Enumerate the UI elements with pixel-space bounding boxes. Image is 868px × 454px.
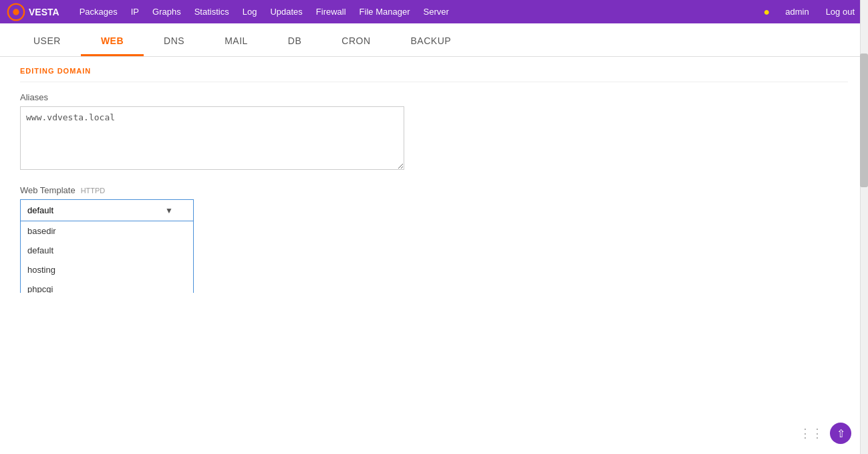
nav-file-manager[interactable]: File Manager [353,7,417,17]
vesta-logo-icon [7,3,25,21]
web-template-section: Web Template HTTPD default ▼ basedir def… [20,185,848,221]
web-template-label-sub: HTTPD [81,187,106,195]
top-nav-right: ● admin Log out [758,6,861,18]
main-content: EDITING DOMAIN Aliases www.vdvesta.local… [0,57,868,293]
tab-dns[interactable]: DNS [144,23,204,56]
editing-domain-label: EDITING DOMAIN [20,67,848,82]
option-basedir[interactable]: basedir [21,221,193,241]
tab-cron[interactable]: CRON [321,23,390,56]
nav-ip[interactable]: IP [124,7,146,17]
nav-statistics[interactable]: Statistics [188,7,236,17]
scrollbar-thumb[interactable] [860,53,868,187]
aliases-textarea[interactable]: www.vdvesta.local [20,106,404,170]
nav-graphs[interactable]: Graphs [146,7,188,17]
web-template-label-main: Web Template [20,185,76,195]
nav-updates[interactable]: Updates [263,7,309,17]
web-template-select-wrapper: default ▼ basedir default hosting phpcgi… [20,199,194,221]
web-template-label-row: Web Template HTTPD [20,185,848,195]
logout-link[interactable]: Log out [819,7,861,17]
tab-web[interactable]: WEB [81,23,144,56]
secondary-navigation: USER WEB DNS MAIL DB CRON BACKUP [0,23,868,57]
aliases-section: Aliases www.vdvesta.local [20,92,848,172]
logo[interactable]: VESTA [7,3,59,21]
logo-text: VESTA [29,7,59,17]
nav-packages[interactable]: Packages [73,7,124,17]
chevron-down-icon: ▼ [165,206,173,215]
template-dropdown-list[interactable]: basedir default hosting phpcgi phpfcgid … [20,221,194,293]
tab-mail[interactable]: MAIL [204,23,268,56]
admin-link[interactable]: admin [778,7,815,17]
top-navigation: VESTA Packages IP Graphs Statistics Log … [0,0,868,23]
svg-point-1 [13,9,19,15]
selected-template-value: default [27,205,53,215]
nav-firewall[interactable]: Firewall [309,7,353,17]
tab-backup[interactable]: BACKUP [391,23,472,56]
bell-icon[interactable]: ● [758,6,776,18]
scrollbar[interactable] [860,0,868,293]
nav-server[interactable]: Server [416,7,455,17]
nav-log[interactable]: Log [236,7,264,17]
option-hosting[interactable]: hosting [21,260,193,279]
tab-user[interactable]: USER [13,23,81,56]
option-phpcgi[interactable]: phpcgi [21,279,193,293]
tab-db[interactable]: DB [268,23,321,56]
option-default[interactable]: default [21,241,193,260]
web-template-select[interactable]: default ▼ [20,199,194,221]
aliases-label: Aliases [20,92,848,102]
